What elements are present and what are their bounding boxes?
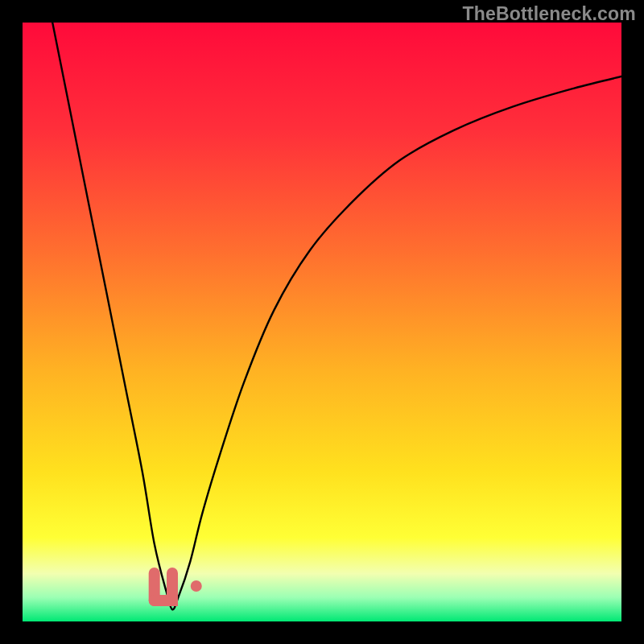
chart-frame: TheBottleneck.com (0, 0, 644, 644)
bottleneck-curve (23, 23, 621, 621)
watermark-text: TheBottleneck.com (462, 3, 636, 25)
plot-area (23, 23, 621, 621)
